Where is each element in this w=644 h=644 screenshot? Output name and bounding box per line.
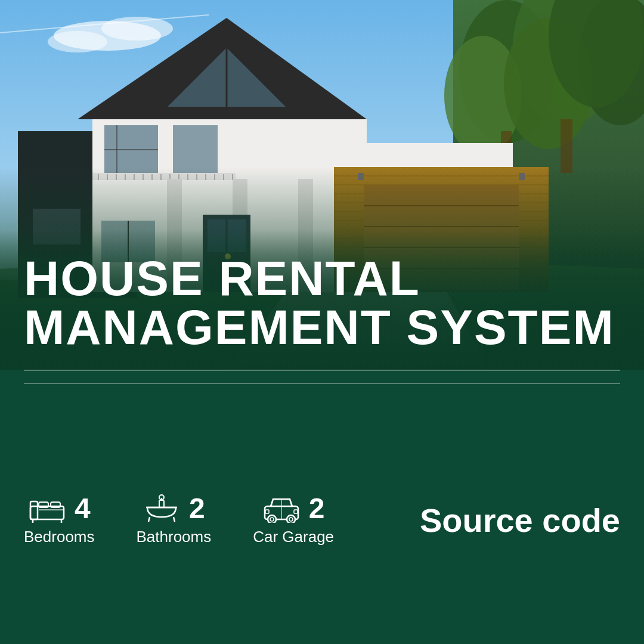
svg-rect-78 [30,506,64,519]
title-line2: MANAGEMENT SYSTEM [24,303,620,352]
svg-rect-79 [30,501,38,519]
photo-section: HOUSE RENTAL MANAGEMENT SYSTEM [0,0,644,370]
divider-top [24,370,620,371]
svg-rect-100 [294,510,298,513]
bedrooms-count: 4 [75,494,91,523]
bottom-section: 4 Bedrooms [0,370,644,644]
feature-garage: 2 Car Garage [253,494,334,546]
feature-bathrooms: 2 Bathrooms [137,494,212,546]
garage-icon-num: 2 [262,494,325,523]
bathrooms-icon-num: 2 [143,494,205,523]
features-row: 4 Bedrooms [24,384,620,644]
svg-point-96 [287,515,295,523]
svg-line-86 [148,517,150,522]
title-line1: HOUSE RENTAL [24,254,620,303]
garage-label: Car Garage [253,528,334,546]
svg-point-3 [48,31,107,52]
svg-rect-13 [561,119,572,173]
svg-rect-99 [265,510,269,513]
svg-rect-88 [159,500,164,507]
source-code-button[interactable]: Source code [420,501,620,540]
garage-count: 2 [309,494,325,523]
svg-point-95 [268,515,276,523]
bedrooms-label: Bedrooms [24,528,95,546]
bathrooms-count: 2 [189,494,205,523]
bed-icon [28,494,66,523]
svg-rect-27 [104,149,158,150]
bath-icon [143,494,181,523]
car-icon [262,494,301,523]
bedrooms-icon-num: 4 [28,494,91,523]
source-code-label: Source code [420,501,620,539]
title-overlay: HOUSE RENTAL MANAGEMENT SYSTEM [0,230,644,370]
svg-point-2 [101,17,173,41]
bathrooms-label: Bathrooms [137,528,212,546]
page-container: HOUSE RENTAL MANAGEMENT SYSTEM [0,0,644,644]
svg-line-87 [174,517,175,522]
feature-bedrooms: 4 Bedrooms [24,494,95,546]
